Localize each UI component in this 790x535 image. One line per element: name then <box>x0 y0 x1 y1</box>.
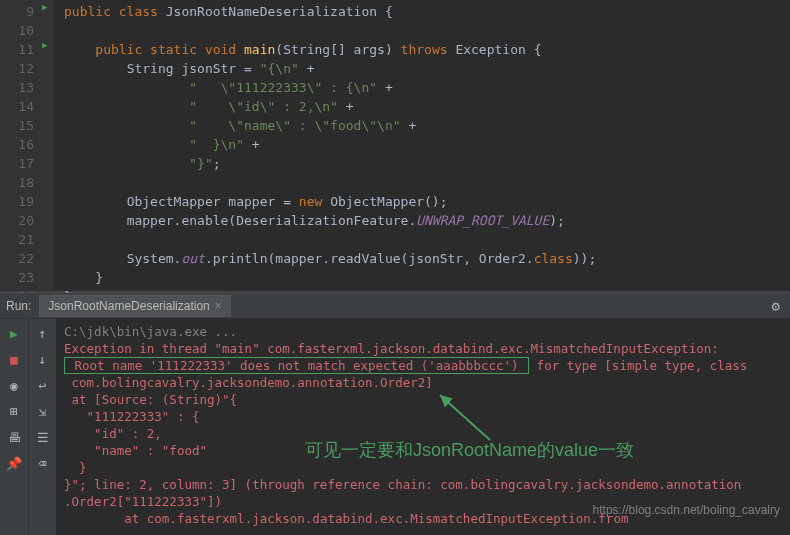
camera-icon[interactable]: ◉ <box>6 377 22 393</box>
up-icon[interactable]: ↑ <box>35 325 51 341</box>
error-line: for type [simple type, class <box>537 358 748 373</box>
field: out <box>181 251 204 266</box>
field: UNWRAP_ROOT_VALUE <box>416 213 549 228</box>
line-num: 23 <box>0 268 34 287</box>
line-num: 9 <box>0 2 34 21</box>
gutter-icons: ▶ ▶ <box>40 0 54 290</box>
keyword: public class <box>64 4 166 19</box>
error-line: at com.fasterxml.jackson.databind.exc.Mi… <box>64 511 628 526</box>
run-class-icon[interactable]: ▶ <box>42 2 47 12</box>
line-num: 16 <box>0 135 34 154</box>
error-line: at [Source: (String)"{ <box>64 392 237 407</box>
run-toolbar-left: ▶ ■ ◉ ⊞ 🖶 📌 <box>0 319 28 535</box>
wrap-icon[interactable]: ↩ <box>35 377 51 393</box>
command-line: C:\jdk\bin\java.exe ... <box>64 324 237 339</box>
layout-icon[interactable]: ⊞ <box>6 403 22 419</box>
keyword: public static void <box>95 42 244 57</box>
run-method-icon[interactable]: ▶ <box>42 40 47 50</box>
line-num: 17 <box>0 154 34 173</box>
error-line: } <box>64 460 87 475</box>
error-line: "111222333" : { <box>64 409 199 424</box>
string: " \"111222333\" : {\n" <box>189 80 385 95</box>
watermark: https://blog.csdn.net/boling_cavalry <box>593 503 780 517</box>
keyword: new <box>299 194 330 209</box>
close-icon[interactable]: × <box>215 299 222 313</box>
line-num: 19 <box>0 192 34 211</box>
string: " \"id\" : 2,\n" <box>189 99 346 114</box>
error-line: com.bolingcavalry.jacksondemo.annotation… <box>64 375 433 390</box>
line-num: 21 <box>0 230 34 249</box>
error-line: .Order2["111222333"]) <box>64 494 222 509</box>
string: "}" <box>189 156 212 171</box>
run-config-tab[interactable]: JsonRootNameDeserialization × <box>39 295 230 317</box>
filter-icon[interactable]: ☰ <box>35 429 51 445</box>
error-line: Exception in thread "main" com.fasterxml… <box>64 341 719 356</box>
clear-icon[interactable]: ⌫ <box>35 455 51 471</box>
line-num: 10 <box>0 21 34 40</box>
settings-icon[interactable]: ⚙ <box>772 298 780 314</box>
pin-icon[interactable]: 📌 <box>6 455 22 471</box>
run-header: Run: JsonRootNameDeserialization × ⚙ <box>0 293 790 319</box>
line-num: 15 <box>0 116 34 135</box>
run-toolbar-right: ↑ ↓ ↩ ⇲ ☰ ⌫ <box>28 319 56 535</box>
line-num: 12 <box>0 59 34 78</box>
class-name: JsonRootNameDeserialization <box>166 4 385 19</box>
code-editor[interactable]: 9 10 11 12 13 14 15 16 17 18 19 20 21 22… <box>0 0 790 290</box>
string: " \"name\" : \"food\"\n" <box>189 118 408 133</box>
method: main <box>244 42 275 57</box>
line-num: 14 <box>0 97 34 116</box>
error-highlight: Root name '111222333' does not match exp… <box>64 357 529 374</box>
line-num: 20 <box>0 211 34 230</box>
tab-title: JsonRootNameDeserialization <box>48 299 209 313</box>
string: " }\n" <box>189 137 252 152</box>
line-num: 18 <box>0 173 34 192</box>
line-num: 13 <box>0 78 34 97</box>
error-line: "id" : 2, <box>64 426 162 441</box>
keyword: class <box>534 251 573 266</box>
error-line: }"; line: 2, column: 3] (through referen… <box>64 477 741 492</box>
error-line: "name" : "food" <box>64 443 207 458</box>
keyword: throws <box>401 42 456 57</box>
down-icon[interactable]: ↓ <box>35 351 51 367</box>
line-num: 11 <box>0 40 34 59</box>
print-icon[interactable]: 🖶 <box>6 429 22 445</box>
stop-icon[interactable]: ■ <box>6 351 22 367</box>
brace: { <box>385 4 393 19</box>
run-label: Run: <box>6 299 31 313</box>
rerun-icon[interactable]: ▶ <box>6 325 22 341</box>
line-num: 22 <box>0 249 34 268</box>
scroll-icon[interactable]: ⇲ <box>35 403 51 419</box>
line-numbers: 9 10 11 12 13 14 15 16 17 18 19 20 21 22… <box>0 0 40 290</box>
code-content[interactable]: public class JsonRootNameDeserialization… <box>54 0 790 290</box>
string: "{\n" <box>260 61 307 76</box>
run-panel: Run: JsonRootNameDeserialization × ⚙ ▶ ■… <box>0 293 790 535</box>
